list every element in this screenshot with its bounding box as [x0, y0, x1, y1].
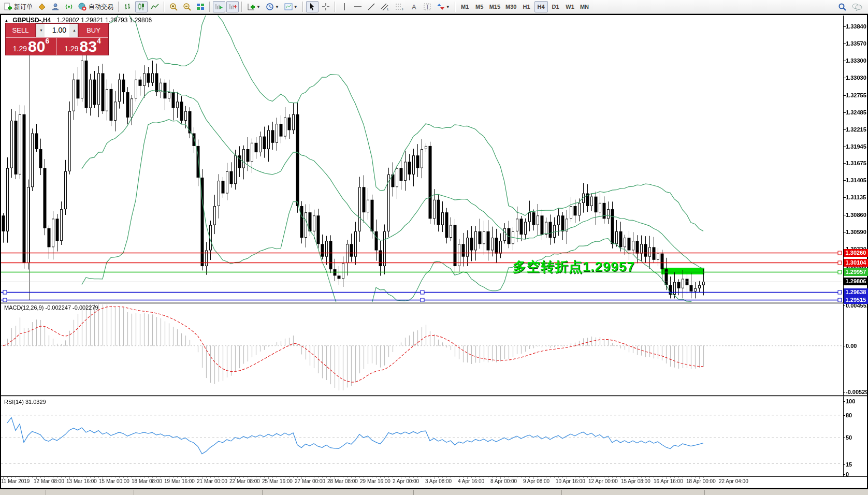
templates-button[interactable]: ▼ — [282, 1, 300, 12]
date-tick-label: 15 Mar 00:00 — [99, 478, 129, 484]
toolbar-separator — [455, 2, 456, 12]
zoom-out-button[interactable] — [181, 1, 193, 12]
price-tick-label: 1.32215 — [846, 126, 866, 133]
arrows-button[interactable]: ▼ — [435, 1, 452, 12]
cursor-icon — [308, 3, 316, 11]
timeframe-d1-button[interactable]: D1 — [549, 1, 562, 12]
date-tick-label: 25 Mar 16:00 — [262, 478, 293, 484]
chart-shift-icon — [228, 3, 237, 11]
timeframe-mn-button[interactable]: MN — [578, 1, 591, 12]
signals-button[interactable] — [63, 1, 75, 12]
volume-decrease-button[interactable]: ▼ — [36, 24, 45, 37]
signal-icon — [65, 3, 73, 11]
toolbar-separator — [164, 2, 165, 12]
price-level-badge: 1.29806 — [844, 278, 868, 285]
crosshair-icon — [322, 3, 330, 11]
price-tick-label: 1.31135 — [846, 194, 866, 200]
volume-increase-button[interactable]: ▲ — [69, 24, 78, 37]
trendline-icon — [367, 3, 375, 11]
date-tick-label: 2 Apr 00:00 — [393, 478, 419, 484]
indicators-button[interactable]: ▼ — [245, 1, 263, 12]
price-tick-label: 1.31675 — [846, 160, 866, 166]
buy-button[interactable]: BUY — [78, 23, 108, 37]
template-icon — [284, 3, 293, 11]
timeframe-h1-button[interactable]: H1 — [520, 1, 533, 12]
new-order-label: 新订单 — [14, 3, 33, 11]
auto-trading-button[interactable]: 自动交易 — [76, 1, 115, 12]
one-click-trading-panel: SELL ▼ 1.00 ▲ BUY 1.29 80 6 1.29 83 4 — [5, 23, 109, 55]
date-tick-label: 8 Apr 00:00 — [490, 478, 517, 484]
price-level-badge: 1.29957 — [844, 268, 868, 276]
top-toolbar: 新订单 自动交易 ▼ ▼ — [0, 0, 868, 14]
trendline-button[interactable] — [365, 1, 378, 12]
fibonacci-button[interactable]: F — [393, 1, 407, 12]
search-button[interactable] — [836, 1, 849, 12]
auto-scroll-button[interactable] — [213, 1, 225, 12]
chart-shift-button[interactable] — [226, 1, 239, 12]
auto-trading-icon — [78, 3, 86, 11]
date-tick-label: 29 Mar 16:00 — [360, 478, 390, 484]
timeframe-w1-button[interactable]: W1 — [563, 1, 577, 12]
horizontal-line-button[interactable] — [352, 1, 364, 12]
toolbar-separator — [302, 2, 303, 12]
rsi-axis-label: 80 — [846, 412, 852, 418]
buy-price-pips: 83 — [80, 39, 97, 54]
price-tick-label: 1.33840 — [846, 23, 866, 30]
date-tick-label: 9 Apr 08:00 — [523, 478, 549, 484]
date-tick-label: 18 Mar 08:00 — [132, 478, 162, 484]
price-tick-label: 1.30590 — [846, 229, 866, 235]
dropdown-arrow-icon: ▼ — [294, 5, 298, 9]
candlestick-chart-button[interactable] — [135, 1, 148, 12]
vertical-line-button[interactable] — [338, 1, 351, 12]
cursor-button[interactable] — [306, 1, 319, 12]
text-label-button[interactable]: T — [421, 1, 433, 12]
svg-text:A: A — [412, 3, 416, 11]
price-tick-label: 1.33300 — [846, 57, 866, 64]
line-chart-icon — [151, 3, 159, 11]
zoom-out-icon — [183, 3, 191, 11]
periods-button[interactable]: ▼ — [264, 1, 281, 12]
price-tick-label: 1.31945 — [846, 143, 866, 150]
timeframe-m30-button[interactable]: M30 — [503, 1, 518, 12]
buy-price[interactable]: 1.29 83 4 — [57, 38, 108, 55]
vertical-line-icon — [340, 3, 349, 11]
line-chart-button[interactable] — [149, 1, 161, 12]
candlestick-chart-icon — [137, 3, 146, 11]
sell-price-base: 1.29 — [13, 43, 27, 54]
dropdown-arrow-icon: ▼ — [446, 5, 450, 9]
new-order-button[interactable]: 新订单 — [2, 1, 35, 12]
tile-windows-button[interactable] — [194, 1, 207, 12]
profile-icon — [51, 3, 60, 11]
price-tick-label: 1.31405 — [846, 177, 866, 183]
svg-text:F: F — [402, 7, 404, 11]
indicators-icon — [247, 3, 255, 11]
timeframe-h4-button[interactable]: H4 — [534, 1, 548, 12]
zoom-in-button[interactable] — [167, 1, 180, 12]
price-tick-label: 1.33030 — [846, 75, 866, 81]
toolbar-separator — [335, 2, 336, 12]
chart-object-button[interactable] — [36, 1, 48, 12]
date-tick-label: 27 Mar 00:00 — [295, 478, 325, 484]
chart-canvas[interactable] — [0, 0, 868, 495]
profiles-button[interactable] — [49, 1, 62, 12]
price-tick-label: 1.32755 — [846, 92, 866, 98]
bar-chart-button[interactable] — [122, 1, 134, 12]
sell-price[interactable]: 1.29 80 6 — [6, 38, 57, 55]
rsi-axis-label: 0 — [846, 471, 849, 477]
date-tick-label: 21 Mar 00:00 — [197, 478, 227, 484]
sell-button[interactable]: SELL — [6, 23, 36, 37]
date-tick-label: 28 Mar 08:00 — [327, 478, 358, 484]
sell-price-point: 6 — [45, 38, 49, 44]
turning-point-annotation[interactable]: 多空转折点1.29957 — [513, 258, 635, 276]
timeframe-m15-button[interactable]: M15 — [487, 1, 502, 12]
timeframe-m1-button[interactable]: M1 — [458, 1, 472, 12]
text-button[interactable]: A — [408, 1, 420, 12]
bottom-tab-strip — [0, 489, 868, 495]
timeframe-m5-button[interactable]: M5 — [473, 1, 486, 12]
chat-button[interactable] — [850, 1, 864, 12]
date-tick-label: 12 Apr 00:00 — [588, 478, 618, 484]
equidistant-channel-button[interactable]: E — [379, 1, 392, 12]
volume-value[interactable]: 1.00 — [45, 24, 69, 37]
macd-axis-label: 0.00 — [846, 343, 857, 349]
crosshair-button[interactable] — [320, 1, 332, 12]
